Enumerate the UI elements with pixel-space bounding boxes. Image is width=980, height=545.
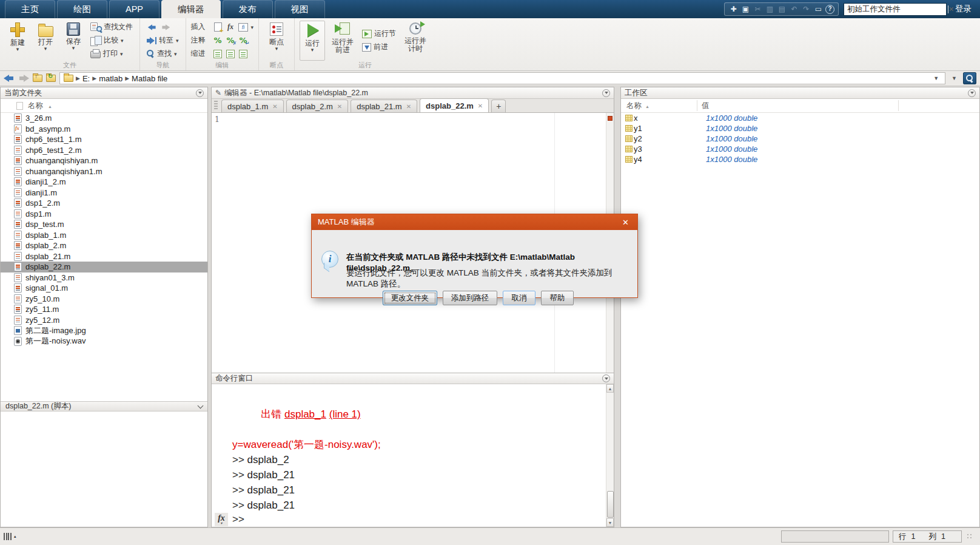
error-file-link[interactable]: dsplab_1 xyxy=(284,408,326,420)
search-input[interactable] xyxy=(844,5,948,13)
toolstrip-tab[interactable]: 发布 xyxy=(223,0,273,18)
panel-menu-icon[interactable] xyxy=(602,374,610,382)
column-divider[interactable] xyxy=(898,100,899,111)
open-button[interactable]: 打开 xyxy=(33,21,58,61)
save-icon[interactable]: ▣ xyxy=(740,4,751,15)
toolstrip-tab[interactable]: 视图 xyxy=(275,0,325,18)
save-button[interactable]: 保存 xyxy=(61,21,86,61)
resize-grip-icon[interactable] xyxy=(967,533,973,540)
copy-icon[interactable]: ▥ xyxy=(765,4,775,15)
file-details-bar[interactable]: dsplab_22.m (脚本) xyxy=(1,401,207,411)
insert-section-button[interactable]: fi xyxy=(238,22,249,32)
wrap-comment-button[interactable]: %↵ xyxy=(238,36,249,46)
file-row[interactable]: chp6_test1_1.m xyxy=(1,134,207,145)
uncomment-button[interactable]: %✗ xyxy=(226,36,236,46)
file-row[interactable]: bd_asymp.m xyxy=(1,124,207,135)
file-row[interactable]: dianji1_2.m xyxy=(1,177,207,188)
editor-tab[interactable]: dsplab_1.m ✕ xyxy=(221,100,284,112)
undo-icon[interactable]: ↶ xyxy=(789,4,799,15)
file-row[interactable]: zy5_10.m xyxy=(1,294,207,305)
new-button[interactable]: 新建 xyxy=(5,21,30,61)
run-and-time-button[interactable]: 运行并计时 xyxy=(400,21,431,61)
fx-button[interactable]: fx xyxy=(215,513,228,526)
toolstrip-tab[interactable]: APP xyxy=(109,0,159,18)
file-row[interactable]: zy5_12.m xyxy=(1,315,207,326)
find-button[interactable]: 查找 xyxy=(145,48,181,59)
error-lineno-link[interactable]: (line 1) xyxy=(329,408,361,420)
paste-icon[interactable]: ▤ xyxy=(777,4,787,15)
toolstrip-tab[interactable]: 绘图 xyxy=(57,0,107,18)
insert-fx-button[interactable]: fx xyxy=(226,22,236,32)
workspace-variable-row[interactable]: y3 1x1000 double xyxy=(621,144,979,154)
compare-button[interactable]: 比较 xyxy=(89,35,135,46)
new-script-icon[interactable]: ✚ xyxy=(728,4,739,15)
insert-doc-button[interactable] xyxy=(213,22,223,32)
panel-menu-icon[interactable] xyxy=(196,89,204,97)
scrollbar-thumb[interactable] xyxy=(607,491,614,518)
indent-left-button[interactable] xyxy=(238,49,249,59)
forward-arrow-icon[interactable] xyxy=(161,24,170,30)
new-tab-button[interactable]: + xyxy=(491,100,506,112)
workspace-column-header[interactable]: 名称 值 xyxy=(621,99,979,113)
workspace-variable-row[interactable]: y4 1x1000 double xyxy=(621,154,979,164)
workspace-variable-row[interactable]: x 1x1000 double xyxy=(621,113,979,123)
file-row[interactable]: dsp1_2.m xyxy=(1,198,207,209)
help-button[interactable]: 帮助 xyxy=(541,291,574,305)
file-row[interactable]: shiyan01_3.m xyxy=(1,272,207,283)
breadcrumb[interactable]: ▶ E: ▶ matlab ▶ Matlab file ▼ xyxy=(59,72,945,84)
editor-tab[interactable]: dsplab_2.m ✕ xyxy=(286,100,349,112)
file-row[interactable]: dianji1.m xyxy=(1,188,207,198)
add-to-path-button[interactable]: 添加到路径 xyxy=(443,291,497,305)
breadcrumb-item[interactable]: ▶ Matlab file xyxy=(125,74,167,83)
panel-menu-icon[interactable] xyxy=(968,89,976,97)
file-row[interactable]: dsplab_21.m xyxy=(1,251,207,262)
file-row[interactable]: dsp_test.m xyxy=(1,219,207,230)
editor-tab[interactable]: dsplab_21.m ✕ xyxy=(351,100,417,112)
file-row[interactable]: zy5_11.m xyxy=(1,304,207,315)
run-and-advance-button[interactable]: 运行并前进 xyxy=(327,21,358,61)
breadcrumb-item[interactable]: ▶ matlab xyxy=(92,74,122,83)
file-row[interactable]: signal_01.m xyxy=(1,283,207,294)
browse-folder-icon[interactable]: ↻ xyxy=(46,75,56,82)
advance-button[interactable]: 前进 xyxy=(360,41,398,53)
scroll-down-icon[interactable]: ▼ xyxy=(606,518,614,527)
caret-down-icon[interactable] xyxy=(251,25,254,30)
file-row[interactable]: 3_26.m xyxy=(1,113,207,124)
up-one-level-icon[interactable]: ↑ xyxy=(33,75,42,82)
comment-button[interactable]: % xyxy=(213,36,223,46)
command-scrollbar[interactable]: ▲ ▼ xyxy=(606,384,614,527)
print-button[interactable]: 打印 xyxy=(89,48,135,59)
file-row[interactable]: chp6_test1_2.m xyxy=(1,145,207,156)
breadcrumb-dropdown-icon[interactable]: ▼ xyxy=(931,75,941,81)
file-row[interactable]: dsplab_22.m xyxy=(1,262,207,272)
file-row[interactable]: 第一题-noisy.wav xyxy=(1,336,207,347)
workspace-variable-row[interactable]: y1 1x1000 double xyxy=(621,123,979,134)
nav-forward-icon[interactable] xyxy=(18,75,29,82)
breadcrumb-item[interactable]: ▶ E: xyxy=(76,74,90,83)
file-row[interactable]: dsp1.m xyxy=(1,209,207,220)
code-analyzer-indicator[interactable] xyxy=(608,116,612,121)
goto-button[interactable]: 转至 xyxy=(145,35,181,46)
file-row[interactable]: dsplab_1.m xyxy=(1,230,207,241)
cancel-button[interactable]: 取消 xyxy=(503,291,535,305)
new-window-icon[interactable]: ▭ xyxy=(813,4,824,15)
workspace-variable-row[interactable]: y2 1x1000 double xyxy=(621,134,979,144)
file-row[interactable]: dsplab_2.m xyxy=(1,240,207,251)
close-icon[interactable]: ✕ xyxy=(620,218,631,227)
change-folder-button[interactable]: 更改文件夹 xyxy=(383,291,437,305)
breakpoints-button[interactable]: 断点 xyxy=(264,21,289,61)
file-list-column-header[interactable]: 名称 xyxy=(1,99,207,113)
file-row[interactable]: chuanganqishiyan1.m xyxy=(1,166,207,177)
help-icon[interactable]: ? xyxy=(825,5,834,14)
file-row[interactable]: chuanganqishiyan.m xyxy=(1,155,207,166)
tab-drag-handle-icon[interactable] xyxy=(214,101,218,110)
close-tab-icon[interactable]: ✕ xyxy=(337,103,342,110)
close-tab-icon[interactable]: ✕ xyxy=(406,103,411,110)
file-row[interactable]: 第二题-image.jpg xyxy=(1,325,207,336)
signin-link[interactable]: 登录 xyxy=(951,4,975,15)
smart-indent-button[interactable] xyxy=(213,49,223,59)
run-section-button[interactable]: 运行节 xyxy=(360,28,398,39)
redo-icon[interactable]: ↷ xyxy=(801,4,811,15)
editor-tab[interactable]: dsplab_22.m ✕ xyxy=(420,98,489,112)
scroll-up-icon[interactable]: ▲ xyxy=(606,384,614,393)
